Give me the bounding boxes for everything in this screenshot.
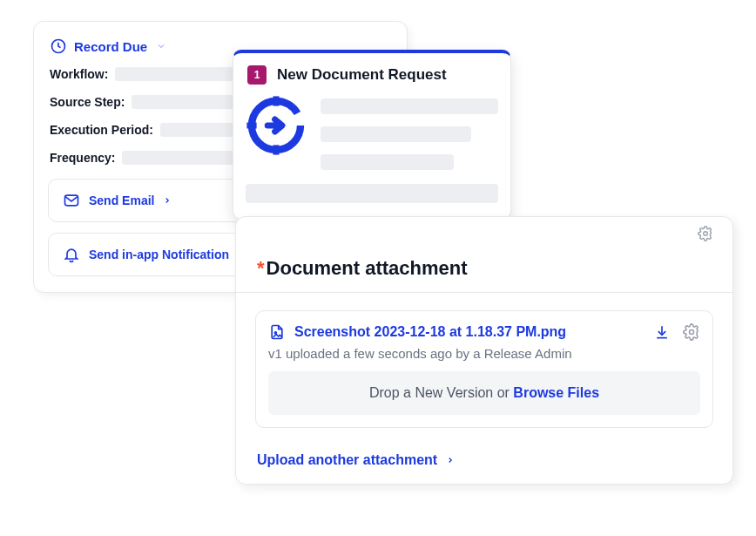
upload-another-label: Upload another attachment [257,452,437,468]
placeholder-bar [321,98,498,114]
execution-period-label: Execution Period: [50,123,153,137]
document-attachment-panel: *Document attachment Screenshot 2023-12-… [235,216,733,485]
upload-another-link[interactable]: Upload another attachment [236,438,732,468]
send-email-label: Send Email [89,193,154,207]
dropzone-text: Drop a New Version or [369,385,513,400]
gear-icon[interactable] [698,226,713,241]
bell-icon [63,246,80,263]
source-step-label: Source Step: [50,95,125,109]
required-asterisk: * [257,257,265,279]
svg-point-6 [704,232,708,236]
new-document-request-card: 1 New Document Request [233,50,511,220]
chevron-right-icon [163,196,172,205]
browse-files-link[interactable]: Browse Files [513,385,599,400]
chevron-right-icon [446,456,455,465]
front-placeholder-lines [321,95,498,170]
placeholder-bar [321,126,471,142]
front-card-title: New Document Request [277,66,447,84]
dropzone[interactable]: Drop a New Version or Browse Files [268,371,700,415]
step-badge: 1 [247,65,267,85]
divider [236,292,732,293]
clock-icon [50,37,67,55]
attachment-heading-text: Document attachment [267,257,468,279]
attachment-file-name[interactable]: Screenshot 2023-12-18 at 1.18.37 PM.png [294,324,566,340]
attachment-heading: *Document attachment [236,247,732,292]
front-card-header: 1 New Document Request [246,64,498,95]
image-file-icon [268,323,286,341]
placeholder-bar [321,154,454,170]
record-due-title: Record Due [74,39,147,54]
gear-icon[interactable] [683,323,700,341]
svg-point-8 [690,330,694,335]
attachment-meta: v1 uploaded a few seconds ago by a Relea… [268,346,700,361]
placeholder-bar [246,184,498,203]
brand-icon [246,95,307,156]
workflow-label: Workflow: [50,67,108,81]
chevron-down-icon [156,41,166,51]
attachment-item: Screenshot 2023-12-18 at 1.18.37 PM.png … [255,310,713,428]
download-icon[interactable] [653,323,671,341]
mail-icon [63,192,80,209]
frequency-label: Frequency: [50,151,115,165]
send-notification-label: Send in-app Notification [89,248,229,261]
